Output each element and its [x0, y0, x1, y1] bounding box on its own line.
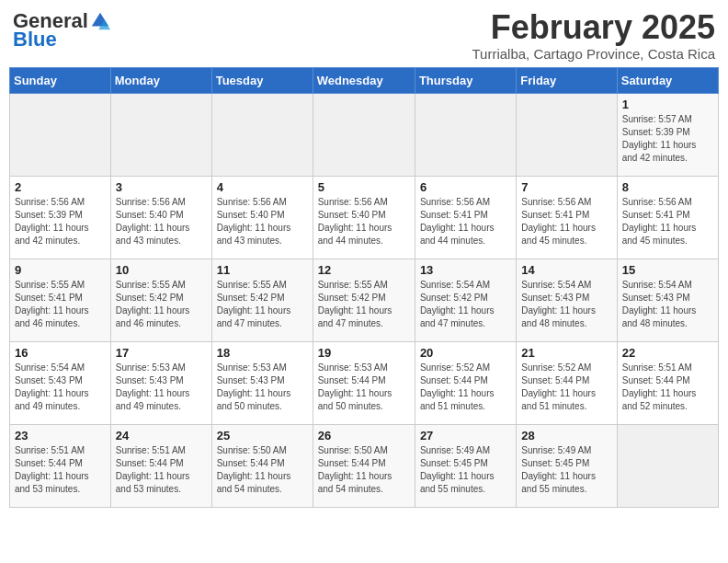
- column-header-tuesday: Tuesday: [211, 67, 313, 93]
- day-number: 8: [622, 180, 713, 194]
- calendar-cell: [211, 93, 313, 176]
- day-info: Sunrise: 5:51 AM Sunset: 5:44 PM Dayligh…: [15, 444, 106, 496]
- day-info: Sunrise: 5:53 AM Sunset: 5:43 PM Dayligh…: [116, 362, 207, 413]
- calendar-cell: [517, 93, 617, 176]
- day-number: 15: [622, 263, 713, 277]
- day-number: 27: [420, 429, 511, 442]
- day-number: 25: [217, 429, 308, 442]
- calendar-cell: 5Sunrise: 5:56 AM Sunset: 5:40 PM Daylig…: [313, 176, 415, 259]
- day-info: Sunrise: 5:53 AM Sunset: 5:43 PM Dayligh…: [217, 362, 308, 413]
- day-number: 24: [116, 429, 207, 442]
- day-number: 6: [420, 180, 511, 194]
- calendar-cell: 26Sunrise: 5:50 AM Sunset: 5:44 PM Dayli…: [313, 424, 415, 507]
- title-block: February 2025 Turrialba, Cartago Provinc…: [472, 9, 715, 62]
- calendar-cell: 27Sunrise: 5:49 AM Sunset: 5:45 PM Dayli…: [415, 424, 516, 507]
- column-header-monday: Monday: [110, 67, 211, 93]
- month-title: February 2025: [472, 9, 715, 46]
- day-number: 10: [116, 263, 207, 277]
- calendar-cell: 25Sunrise: 5:50 AM Sunset: 5:44 PM Dayli…: [211, 424, 313, 507]
- column-header-thursday: Thursday: [415, 67, 516, 93]
- day-number: 20: [420, 346, 511, 360]
- logo-icon: [90, 11, 110, 31]
- day-number: 9: [15, 263, 106, 277]
- day-number: 26: [318, 429, 410, 442]
- day-info: Sunrise: 5:54 AM Sunset: 5:43 PM Dayligh…: [521, 279, 611, 330]
- calendar-cell: [617, 424, 718, 507]
- day-info: Sunrise: 5:52 AM Sunset: 5:44 PM Dayligh…: [521, 362, 611, 413]
- day-number: 14: [521, 263, 611, 277]
- column-header-saturday: Saturday: [617, 67, 718, 93]
- day-info: Sunrise: 5:56 AM Sunset: 5:40 PM Dayligh…: [116, 196, 207, 247]
- calendar-cell: 4Sunrise: 5:56 AM Sunset: 5:40 PM Daylig…: [211, 176, 313, 259]
- calendar-cell: 1Sunrise: 5:57 AM Sunset: 5:39 PM Daylig…: [617, 93, 718, 176]
- day-info: Sunrise: 5:56 AM Sunset: 5:40 PM Dayligh…: [217, 196, 308, 247]
- calendar-week-row: 1Sunrise: 5:57 AM Sunset: 5:39 PM Daylig…: [10, 93, 719, 176]
- calendar-table: SundayMondayTuesdayWednesdayThursdayFrid…: [9, 67, 719, 508]
- day-info: Sunrise: 5:55 AM Sunset: 5:42 PM Dayligh…: [318, 279, 410, 330]
- calendar-cell: 2Sunrise: 5:56 AM Sunset: 5:39 PM Daylig…: [10, 176, 111, 259]
- calendar-cell: 28Sunrise: 5:49 AM Sunset: 5:45 PM Dayli…: [517, 424, 617, 507]
- calendar-week-row: 2Sunrise: 5:56 AM Sunset: 5:39 PM Daylig…: [10, 176, 719, 259]
- day-number: 3: [116, 180, 207, 194]
- day-number: 13: [420, 263, 511, 277]
- day-number: 21: [521, 346, 611, 360]
- calendar-cell: 9Sunrise: 5:55 AM Sunset: 5:41 PM Daylig…: [10, 259, 111, 341]
- calendar-cell: 19Sunrise: 5:53 AM Sunset: 5:44 PM Dayli…: [313, 341, 415, 424]
- calendar-cell: 18Sunrise: 5:53 AM Sunset: 5:43 PM Dayli…: [211, 341, 313, 424]
- calendar-cell: [415, 93, 516, 176]
- day-info: Sunrise: 5:56 AM Sunset: 5:41 PM Dayligh…: [521, 196, 611, 247]
- calendar-cell: 21Sunrise: 5:52 AM Sunset: 5:44 PM Dayli…: [517, 341, 617, 424]
- day-number: 18: [217, 346, 308, 360]
- calendar-header-row: SundayMondayTuesdayWednesdayThursdayFrid…: [10, 67, 719, 93]
- calendar-cell: 23Sunrise: 5:51 AM Sunset: 5:44 PM Dayli…: [10, 424, 111, 507]
- day-info: Sunrise: 5:50 AM Sunset: 5:44 PM Dayligh…: [318, 444, 410, 496]
- day-info: Sunrise: 5:56 AM Sunset: 5:39 PM Dayligh…: [15, 196, 106, 247]
- calendar-week-row: 16Sunrise: 5:54 AM Sunset: 5:43 PM Dayli…: [10, 341, 719, 424]
- column-header-wednesday: Wednesday: [313, 67, 415, 93]
- column-header-friday: Friday: [517, 67, 617, 93]
- logo-blue-text: Blue: [13, 28, 57, 52]
- calendar-cell: 7Sunrise: 5:56 AM Sunset: 5:41 PM Daylig…: [517, 176, 617, 259]
- column-header-sunday: Sunday: [10, 67, 111, 93]
- day-info: Sunrise: 5:54 AM Sunset: 5:42 PM Dayligh…: [420, 279, 511, 330]
- calendar-cell: [110, 93, 211, 176]
- day-info: Sunrise: 5:55 AM Sunset: 5:41 PM Dayligh…: [15, 279, 106, 330]
- calendar-cell: 16Sunrise: 5:54 AM Sunset: 5:43 PM Dayli…: [10, 341, 111, 424]
- location: Turrialba, Cartago Province, Costa Rica: [472, 46, 715, 62]
- logo: General Blue: [13, 9, 110, 52]
- calendar-cell: [10, 93, 111, 176]
- day-number: 22: [622, 346, 713, 360]
- day-number: 7: [521, 180, 611, 194]
- day-info: Sunrise: 5:54 AM Sunset: 5:43 PM Dayligh…: [15, 362, 106, 413]
- calendar-cell: 24Sunrise: 5:51 AM Sunset: 5:44 PM Dayli…: [110, 424, 211, 507]
- calendar-cell: 12Sunrise: 5:55 AM Sunset: 5:42 PM Dayli…: [313, 259, 415, 341]
- calendar-cell: 20Sunrise: 5:52 AM Sunset: 5:44 PM Dayli…: [415, 341, 516, 424]
- day-info: Sunrise: 5:56 AM Sunset: 5:41 PM Dayligh…: [622, 196, 713, 247]
- day-info: Sunrise: 5:54 AM Sunset: 5:43 PM Dayligh…: [622, 279, 713, 330]
- day-number: 2: [15, 180, 106, 194]
- day-number: 17: [116, 346, 207, 360]
- day-number: 23: [15, 429, 106, 442]
- calendar-week-row: 9Sunrise: 5:55 AM Sunset: 5:41 PM Daylig…: [10, 259, 719, 341]
- day-info: Sunrise: 5:49 AM Sunset: 5:45 PM Dayligh…: [521, 444, 611, 496]
- day-number: 5: [318, 180, 410, 194]
- calendar-cell: 15Sunrise: 5:54 AM Sunset: 5:43 PM Dayli…: [617, 259, 718, 341]
- calendar-cell: 22Sunrise: 5:51 AM Sunset: 5:44 PM Dayli…: [617, 341, 718, 424]
- day-info: Sunrise: 5:56 AM Sunset: 5:40 PM Dayligh…: [318, 196, 410, 247]
- day-info: Sunrise: 5:53 AM Sunset: 5:44 PM Dayligh…: [318, 362, 410, 413]
- calendar-cell: 11Sunrise: 5:55 AM Sunset: 5:42 PM Dayli…: [211, 259, 313, 341]
- calendar-cell: [313, 93, 415, 176]
- calendar-cell: 17Sunrise: 5:53 AM Sunset: 5:43 PM Dayli…: [110, 341, 211, 424]
- day-info: Sunrise: 5:55 AM Sunset: 5:42 PM Dayligh…: [217, 279, 308, 330]
- day-number: 12: [318, 263, 410, 277]
- day-number: 1: [622, 98, 713, 111]
- day-number: 28: [521, 429, 611, 442]
- day-number: 16: [15, 346, 106, 360]
- calendar-cell: 3Sunrise: 5:56 AM Sunset: 5:40 PM Daylig…: [110, 176, 211, 259]
- day-info: Sunrise: 5:49 AM Sunset: 5:45 PM Dayligh…: [420, 444, 511, 496]
- calendar-cell: 8Sunrise: 5:56 AM Sunset: 5:41 PM Daylig…: [617, 176, 718, 259]
- calendar-cell: 13Sunrise: 5:54 AM Sunset: 5:42 PM Dayli…: [415, 259, 516, 341]
- day-number: 19: [318, 346, 410, 360]
- day-info: Sunrise: 5:56 AM Sunset: 5:41 PM Dayligh…: [420, 196, 511, 247]
- calendar-week-row: 23Sunrise: 5:51 AM Sunset: 5:44 PM Dayli…: [10, 424, 719, 507]
